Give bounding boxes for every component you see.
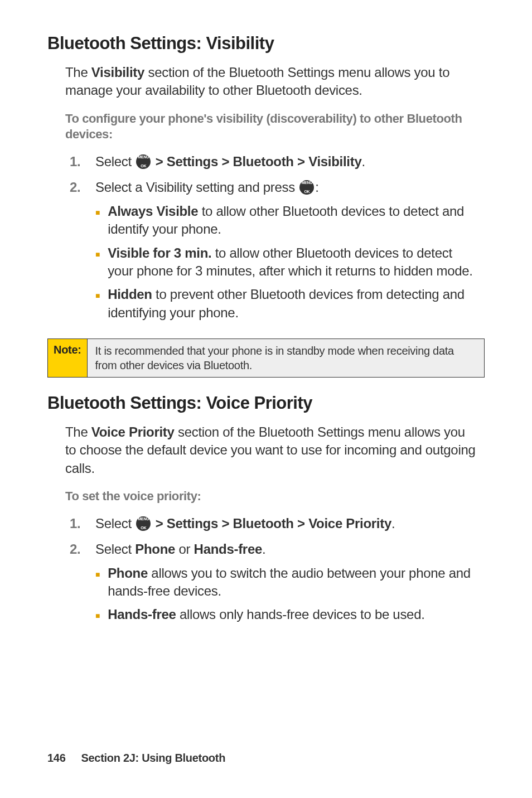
step-item: 2. Select Phone or Hands-free. ■ Phone a…	[65, 540, 479, 630]
option-desc: to prevent other Bluetooth devices from …	[108, 287, 465, 320]
text: The	[65, 424, 91, 439]
nav-path: > Settings > Bluetooth > Visibility	[152, 154, 361, 169]
text: Select	[95, 541, 135, 557]
step-item: 1. Select MENUOK > Settings > Bluetooth …	[65, 515, 479, 533]
text: Select a Visibility setting and press	[95, 180, 298, 195]
text: Select	[95, 154, 135, 169]
step-number: 1.	[65, 515, 95, 533]
text: or	[175, 541, 194, 557]
text: .	[262, 541, 265, 557]
step-item: 1. Select MENUOK > Settings > Bluetooth …	[65, 153, 479, 171]
step-body: Select Phone or Hands-free. ■ Phone allo…	[95, 540, 479, 630]
section2-body: The Voice Priority section of the Blueto…	[65, 423, 479, 630]
page-content: Bluetooth Settings: Visibility The Visib…	[0, 0, 532, 798]
step-number: 2.	[65, 178, 95, 196]
nav-path: > Settings > Bluetooth > Voice Priority	[152, 516, 391, 531]
heading-voice-priority: Bluetooth Settings: Voice Priority	[47, 393, 485, 413]
section2-steps: 1. Select MENUOK > Settings > Bluetooth …	[65, 515, 479, 630]
text-bold: Voice Priority	[91, 424, 175, 439]
bullet-body: Always Visible to allow other Bluetooth …	[108, 202, 479, 239]
step-number: 2.	[65, 540, 95, 558]
bullet-icon: ■	[95, 291, 100, 301]
bullet-icon: ■	[95, 249, 100, 260]
page-number: 146	[47, 752, 65, 764]
bullet-body: Visible for 3 min. to allow other Blueto…	[108, 244, 479, 280]
step-body: Select a Visibility setting and press ME…	[95, 178, 479, 327]
text: .	[391, 516, 395, 531]
menu-ok-icon: MENUOK	[136, 516, 151, 531]
list-item: ■ Phone allows you to switch the audio b…	[95, 564, 479, 601]
section2-subheading: To set the voice priority:	[65, 489, 479, 505]
list-item: ■ Always Visible to allow other Bluetoot…	[95, 202, 479, 239]
option-desc: allows only hands-free devices to be use…	[176, 607, 425, 622]
footer-section: Section 2J: Using Bluetooth	[81, 752, 225, 764]
bullet-icon: ■	[95, 569, 100, 580]
section1-steps: 1. Select MENUOK > Settings > Bluetooth …	[65, 153, 479, 327]
section2-lead: The Voice Priority section of the Blueto…	[65, 423, 479, 477]
text: .	[361, 154, 365, 169]
option-name: Hands-free	[108, 607, 176, 622]
bullet-icon: ■	[95, 611, 100, 621]
step-body: Select MENUOK > Settings > Bluetooth > V…	[95, 515, 479, 533]
voice-priority-options: ■ Phone allows you to switch the audio b…	[95, 564, 479, 624]
text: The	[65, 65, 91, 80]
heading-visibility: Bluetooth Settings: Visibility	[47, 33, 485, 54]
section1-body: The Visibility section of the Bluetooth …	[65, 64, 479, 327]
bullet-body: Phone allows you to switch the audio bet…	[108, 564, 479, 601]
text: :	[315, 180, 318, 195]
option-name: Phone	[108, 565, 148, 581]
option-name: Hands-free	[194, 541, 262, 557]
step-number: 1.	[65, 153, 95, 171]
bullet-body: Hidden to prevent other Bluetooth device…	[108, 286, 479, 322]
option-name: Hidden	[108, 287, 152, 302]
bullet-body: Hands-free allows only hands-free device…	[108, 606, 479, 623]
text-bold: Visibility	[91, 65, 144, 80]
section1-lead: The Visibility section of the Bluetooth …	[65, 64, 479, 100]
option-name: Always Visible	[108, 204, 198, 219]
visibility-options: ■ Always Visible to allow other Bluetoot…	[95, 202, 479, 322]
page-footer: 146Section 2J: Using Bluetooth	[47, 752, 225, 765]
list-item: ■ Hands-free allows only hands-free devi…	[95, 606, 479, 623]
option-desc: allows you to switch the audio between y…	[108, 565, 471, 598]
step-body: Select MENUOK > Settings > Bluetooth > V…	[95, 153, 479, 171]
bullet-icon: ■	[95, 207, 100, 218]
list-item: ■ Hidden to prevent other Bluetooth devi…	[95, 286, 479, 322]
menu-ok-icon: MENUOK	[136, 154, 151, 169]
option-name: Visible for 3 min.	[108, 245, 211, 260]
list-item: ■ Visible for 3 min. to allow other Blue…	[95, 244, 479, 280]
note-label: Note:	[48, 339, 88, 377]
menu-ok-icon: MENUOK	[299, 180, 314, 195]
note-callout: Note: It is recommended that your phone …	[47, 338, 485, 378]
text: Select	[95, 516, 135, 531]
section1-subheading: To configure your phone's visibility (di…	[65, 111, 479, 143]
step-item: 2. Select a Visibility setting and press…	[65, 178, 479, 327]
note-body: It is recommended that your phone is in …	[88, 339, 484, 377]
option-name: Phone	[135, 541, 175, 557]
